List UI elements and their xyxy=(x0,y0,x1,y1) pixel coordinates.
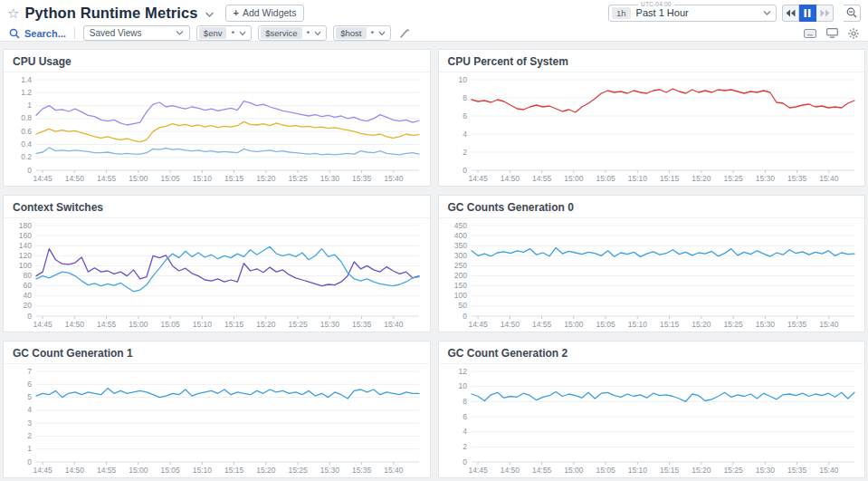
svg-text:15:30: 15:30 xyxy=(320,466,340,475)
svg-text:15:00: 15:00 xyxy=(129,174,148,183)
template-var-name: $host xyxy=(336,27,366,39)
chart-title: GC Counts Generation 0 xyxy=(439,196,865,218)
svg-text:15:30: 15:30 xyxy=(755,466,775,475)
svg-text:140: 140 xyxy=(19,241,32,250)
svg-text:14:50: 14:50 xyxy=(500,174,520,183)
chart-gc-counts-generation-0[interactable]: GC Counts Generation 0 05010015020025030… xyxy=(438,195,866,332)
svg-text:15:25: 15:25 xyxy=(723,466,743,475)
svg-text:350: 350 xyxy=(453,241,466,250)
settings-button[interactable] xyxy=(848,28,859,39)
saved-views-dropdown[interactable]: Saved Views xyxy=(83,25,190,41)
search-control[interactable]: Search... xyxy=(7,28,66,39)
template-var-name: $service xyxy=(261,27,301,39)
svg-text:15:15: 15:15 xyxy=(224,174,244,183)
svg-text:10: 10 xyxy=(458,75,467,84)
svg-text:15:30: 15:30 xyxy=(755,174,775,183)
chart-plot-area[interactable]: 05010015020025030035040045014:4514:5014:… xyxy=(441,219,862,331)
title-chevron-down-icon[interactable] xyxy=(205,5,215,22)
search-label: Search... xyxy=(24,28,66,39)
template-var-service[interactable]: $service * xyxy=(258,25,327,41)
chart-gc-count-generation-1[interactable]: GC Count Generation 1 0123456714:4514:50… xyxy=(3,341,431,478)
chart-title: GC Count Generation 1 xyxy=(4,342,430,364)
zoom-out-button[interactable] xyxy=(844,5,861,22)
chart-context-switches[interactable]: Context Switches 02040608010012014016018… xyxy=(3,195,431,332)
svg-text:2: 2 xyxy=(463,148,467,157)
svg-text:0: 0 xyxy=(27,312,32,321)
svg-text:15:25: 15:25 xyxy=(723,174,743,183)
svg-text:2: 2 xyxy=(463,442,467,451)
svg-text:400: 400 xyxy=(453,231,466,240)
svg-text:15:35: 15:35 xyxy=(787,320,806,329)
svg-text:15:40: 15:40 xyxy=(384,466,404,475)
keyboard-shortcuts-button[interactable] xyxy=(804,29,816,38)
svg-text:14:55: 14:55 xyxy=(97,174,117,183)
page-title: Python Runtime Metrics xyxy=(24,5,197,22)
chart-plot-area[interactable]: 024681014:4514:5014:5515:0015:0515:1015:… xyxy=(441,73,862,185)
svg-text:14:55: 14:55 xyxy=(531,174,551,183)
chart-title: Context Switches xyxy=(4,196,430,218)
chart-plot-area[interactable]: 0123456714:4514:5014:5515:0015:0515:1015… xyxy=(5,365,426,476)
svg-text:15:35: 15:35 xyxy=(352,466,372,475)
chevron-down-icon xyxy=(239,31,246,36)
svg-text:4: 4 xyxy=(463,130,467,139)
pause-icon xyxy=(804,9,811,17)
edit-template-vars-button[interactable] xyxy=(399,28,410,39)
svg-text:15:10: 15:10 xyxy=(193,174,213,183)
svg-text:12: 12 xyxy=(458,367,467,376)
svg-text:15:35: 15:35 xyxy=(352,174,372,183)
chart-title: CPU Usage xyxy=(4,50,430,72)
svg-text:180: 180 xyxy=(19,221,32,230)
pause-button[interactable] xyxy=(799,5,816,22)
template-var-host[interactable]: $host * xyxy=(333,25,391,41)
rewind-icon xyxy=(786,9,796,17)
svg-text:15:20: 15:20 xyxy=(692,320,711,329)
svg-text:15:35: 15:35 xyxy=(352,320,372,329)
time-range-value: Past 1 Hour xyxy=(636,7,763,18)
favorite-star-icon[interactable]: ☆ xyxy=(7,6,19,20)
svg-text:15:00: 15:00 xyxy=(129,320,148,329)
svg-text:15:25: 15:25 xyxy=(288,466,308,475)
chart-plot-area[interactable]: 02040608010012014016018014:4514:5014:551… xyxy=(5,219,426,331)
chart-cpu-usage[interactable]: CPU Usage 00.20.40.60.811.21.414:4514:50… xyxy=(3,49,431,187)
plus-icon: + xyxy=(234,7,239,18)
svg-text:15:25: 15:25 xyxy=(288,174,308,183)
tv-mode-button[interactable] xyxy=(826,28,838,38)
time-range-selector[interactable]: UTC-04:00 1h Past 1 Hour xyxy=(608,5,777,22)
template-var-env[interactable]: $env * xyxy=(196,25,252,41)
svg-text:15:20: 15:20 xyxy=(256,320,276,329)
svg-text:15:15: 15:15 xyxy=(659,466,679,475)
svg-text:5: 5 xyxy=(27,392,32,401)
svg-text:250: 250 xyxy=(453,261,466,270)
svg-text:0: 0 xyxy=(463,457,467,467)
svg-text:15:15: 15:15 xyxy=(659,320,679,329)
svg-text:14:50: 14:50 xyxy=(65,466,85,475)
chart-plot-area[interactable]: 00.20.40.60.811.21.414:4514:5014:5515:00… xyxy=(5,73,426,185)
svg-text:15:15: 15:15 xyxy=(659,174,679,183)
keyboard-icon xyxy=(804,29,816,38)
time-backward-button[interactable] xyxy=(782,5,799,22)
svg-text:14:50: 14:50 xyxy=(500,466,520,475)
svg-text:14:45: 14:45 xyxy=(33,466,52,475)
svg-text:50: 50 xyxy=(458,301,467,310)
svg-text:0: 0 xyxy=(463,166,467,175)
svg-text:14:55: 14:55 xyxy=(531,320,551,329)
svg-text:14:45: 14:45 xyxy=(33,320,52,329)
add-widgets-button[interactable]: + Add Widgets xyxy=(225,5,305,22)
svg-text:0: 0 xyxy=(463,312,467,321)
svg-text:14:50: 14:50 xyxy=(500,320,520,329)
chart-gc-count-generation-2[interactable]: GC Count Generation 2 02468101214:4514:5… xyxy=(438,341,866,478)
svg-text:14:50: 14:50 xyxy=(65,320,85,329)
svg-text:10: 10 xyxy=(458,381,467,390)
fast-forward-icon xyxy=(820,9,830,17)
chart-cpu-percent-of-system[interactable]: CPU Percent of System 024681014:4514:501… xyxy=(438,49,866,187)
svg-text:15:00: 15:00 xyxy=(564,174,584,183)
svg-text:15:25: 15:25 xyxy=(288,320,308,329)
svg-text:6: 6 xyxy=(463,412,467,421)
svg-text:100: 100 xyxy=(453,291,466,300)
svg-text:0.2: 0.2 xyxy=(21,152,32,161)
time-forward-button[interactable] xyxy=(816,5,834,22)
chart-plot-area[interactable]: 02468101214:4514:5014:5515:0015:0515:101… xyxy=(441,365,862,476)
svg-text:15:05: 15:05 xyxy=(596,320,615,329)
svg-text:14:55: 14:55 xyxy=(97,466,117,475)
svg-text:14:45: 14:45 xyxy=(33,174,52,183)
